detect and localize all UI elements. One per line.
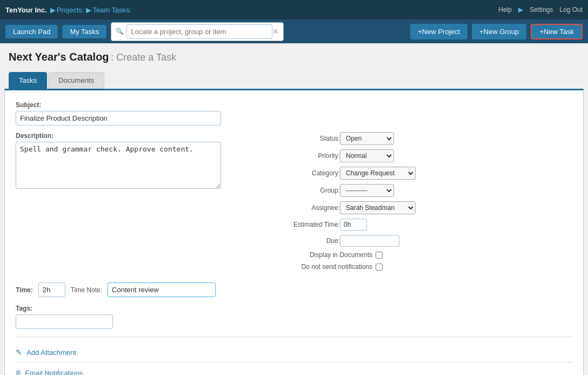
display-docs-checkbox[interactable] [376,252,383,259]
display-docs-label: Display in Documents [286,251,372,259]
search-clear-icon[interactable]: ✕ [272,27,279,36]
priority-label: Priority: [286,152,340,160]
section-divider-1 [16,337,572,337]
estimated-time-label: Estimated Time: [286,221,340,228]
my-tasks-button[interactable]: My Tasks [62,25,106,38]
priority-select[interactable]: Normal High Low [340,149,394,162]
logout-link[interactable]: Log Out [559,6,583,14]
subject-input[interactable] [16,111,221,126]
subject-label: Subject: [16,101,572,109]
search-input[interactable] [126,24,272,39]
main-content: Subject: Description: Spell and grammar … [4,89,584,375]
help-link[interactable]: Help [498,6,512,14]
timenote-input[interactable] [108,282,216,297]
page-title-bar: Next Year's Catalog : Create a Task [0,43,588,68]
timenote-label: Time Note: [71,286,102,294]
status-label: Status: [286,135,340,142]
team-tasks-link[interactable]: Team Tasks: [92,6,131,14]
email-icon: ≡ [16,368,21,375]
email-notifications-row[interactable]: ≡ Email Notifications [16,363,572,375]
description-textarea[interactable]: Spell and grammar check. Approve content… [16,142,221,189]
group-select[interactable]: ---------- Group 1 Group 2 [340,184,394,197]
nav-arrow-team: ▶ [86,6,91,14]
tags-label: Tags: [16,305,572,312]
brand-name: TenYour Inc. [5,6,47,14]
description-label: Description: [16,132,264,140]
secondary-nav: Launch Pad My Tasks 🔍 ✕ +New Project +Ne… [0,19,588,43]
settings-link[interactable]: Settings [530,6,553,14]
launch-pad-button[interactable]: Launch Pad [5,25,58,38]
paperclip-icon: ✎ [16,348,22,357]
due-label: Due: [286,237,340,245]
projects-link[interactable]: Projects: [57,6,84,14]
due-input[interactable] [340,235,399,247]
page-subtitle: : Create a Task [111,52,176,63]
estimated-time-input[interactable] [340,219,367,231]
do-not-send-checkbox[interactable] [376,264,383,271]
tab-tasks[interactable]: Tasks [9,72,47,89]
tags-input[interactable] [16,314,113,329]
do-not-send-label: Do not send notifications [286,263,372,271]
group-label: Group: [286,187,340,194]
search-icon: 🔍 [116,28,124,35]
time-input[interactable] [38,282,65,297]
time-label: Time: [16,286,33,294]
tab-documents[interactable]: Documents [48,72,104,89]
category-select[interactable]: Change Request Bug Fix Feature Other [340,167,416,180]
new-project-button[interactable]: +New Project [410,24,467,40]
add-attachment-row[interactable]: ✎ Add Attachment [16,343,572,363]
new-task-button[interactable]: +New Task [531,24,583,40]
tabs-bar: Tasks Documents [0,72,588,89]
assignee-label: Assignee: [286,204,340,212]
new-group-button[interactable]: +New Group [472,24,526,40]
page-title: Next Year's Catalog [9,51,109,63]
sec-nav-right: +New Project +New Group +New Task [410,24,583,40]
email-notifications-label: Email Notifications [25,369,83,376]
category-label: Category: [286,169,340,177]
top-right-links: Help ▶ Settings Log Out [498,6,583,14]
status-select[interactable]: Open In Progress Completed On Hold [340,132,394,145]
nav-arrow-settings: ▶ [518,6,523,14]
add-attachment-label: Add Attachment [26,348,76,357]
assignee-select[interactable]: Sarah Steadman John Doe Jane Smith [340,201,416,214]
nav-arrow-projects: ▶ [50,6,56,14]
search-wrapper: 🔍 ✕ [111,22,284,41]
top-nav: TenYour Inc. ▶ Projects: ▶ Team Tasks: H… [0,0,588,19]
